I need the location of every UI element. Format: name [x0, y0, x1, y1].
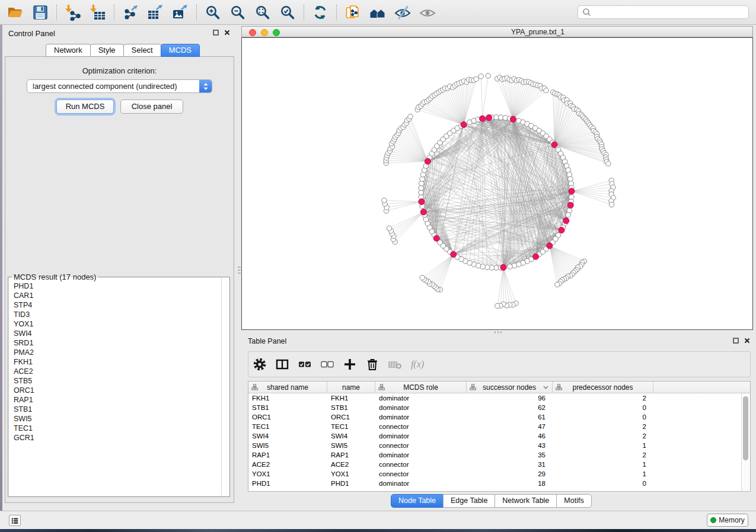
network-node[interactable] [566, 213, 571, 218]
search-input[interactable] [591, 8, 748, 17]
table-row[interactable]: RAP1RAP1dominator352 [248, 450, 741, 460]
network-hub-node[interactable] [569, 188, 575, 194]
network-hub-node[interactable] [551, 142, 557, 148]
network-node[interactable] [382, 198, 387, 203]
run-mcds-button[interactable]: Run MCDS [56, 100, 114, 114]
network-node[interactable] [544, 88, 548, 93]
network-hub-node[interactable] [480, 116, 486, 121]
mcds-result-item[interactable]: YOX1 [14, 319, 221, 329]
mcds-result-item[interactable]: ORC1 [14, 386, 221, 395]
network-hub-node[interactable] [510, 116, 516, 122]
show-graphics-details-button[interactable] [417, 2, 438, 23]
unselect-all-button[interactable] [318, 355, 336, 373]
tab-select[interactable]: Select [123, 44, 161, 57]
tab-motifs[interactable]: Motifs [556, 494, 591, 508]
network-node[interactable] [420, 275, 425, 280]
table-row[interactable]: TEC1TEC1connector472 [248, 422, 741, 431]
maximize-window-icon[interactable] [273, 29, 280, 36]
task-history-button[interactable] [9, 515, 21, 526]
table-scrollbar-thumb[interactable] [743, 396, 748, 460]
table-row[interactable]: SWI5SWI5connector431 [248, 441, 741, 450]
home-button[interactable] [367, 2, 388, 23]
vertical-splitter-grip[interactable] [238, 267, 241, 275]
network-node[interactable] [555, 282, 560, 287]
hide-graphics-details-button[interactable] [392, 2, 413, 23]
export-table-button[interactable] [145, 2, 166, 23]
network-hub-node[interactable] [425, 158, 430, 164]
column-header-successor-nodes[interactable]: successor nodes [467, 382, 553, 393]
mcds-result-item[interactable]: SWI5 [14, 414, 221, 424]
table-row[interactable]: PHD1PHD1dominator180 [248, 479, 741, 488]
select-all-button[interactable] [296, 355, 314, 373]
mcds-list-scrollbar[interactable] [221, 278, 229, 496]
delete-column-button[interactable] [363, 355, 381, 373]
network-canvas[interactable] [241, 37, 753, 330]
delete-table-button[interactable] [386, 355, 404, 373]
mcds-result-item[interactable]: FKH1 [14, 357, 221, 367]
network-hub-node[interactable] [486, 115, 492, 121]
tab-node-table[interactable]: Node Table [391, 494, 444, 508]
network-hub-node[interactable] [563, 218, 569, 224]
tab-network[interactable]: Network [46, 44, 91, 57]
duplicate-network-button[interactable] [342, 2, 363, 23]
network-hub-node[interactable] [500, 264, 506, 270]
table-row[interactable]: YOX1YOX1connector291 [248, 469, 741, 479]
network-hub-node[interactable] [559, 227, 564, 233]
column-header-shared-name[interactable]: shared name [248, 382, 327, 393]
network-node[interactable] [495, 303, 500, 308]
network-node[interactable] [508, 264, 513, 270]
table-row[interactable]: SWI4SWI4dominator462 [248, 431, 741, 441]
network-hub-node[interactable] [547, 243, 553, 249]
import-network-button[interactable] [62, 2, 84, 23]
mcds-result-item[interactable]: SWI4 [14, 329, 221, 338]
export-image-button[interactable] [170, 2, 191, 23]
mcds-result-item[interactable]: RAP1 [14, 395, 221, 405]
mcds-result-item[interactable]: STB1 [14, 405, 221, 414]
zoom-fit-button[interactable] [252, 2, 273, 23]
function-builder-button[interactable]: f(x) [409, 355, 426, 373]
table-row[interactable]: STB1STB1dominator620 [248, 403, 741, 412]
column-header-predecessor-nodes[interactable]: predecessor nodes [553, 382, 653, 393]
tab-style[interactable]: Style [90, 44, 124, 57]
table-row[interactable]: ORC1ORC1dominator610 [248, 412, 741, 422]
network-hub-node[interactable] [567, 202, 573, 208]
network-node[interactable] [474, 76, 479, 81]
import-table-button[interactable] [87, 2, 109, 23]
zoom-in-button[interactable] [202, 2, 224, 23]
horizontal-splitter-grip[interactable] [495, 331, 502, 334]
tab-mcds[interactable]: MCDS [161, 44, 200, 57]
column-header-MCDS-role[interactable]: MCDS role [375, 382, 467, 393]
save-button[interactable] [30, 2, 51, 23]
network-node[interactable] [387, 226, 391, 230]
refresh-button[interactable] [310, 2, 331, 23]
split-column-button[interactable] [273, 355, 291, 373]
export-network-button[interactable] [120, 2, 141, 23]
network-node[interactable] [609, 202, 614, 207]
network-hub-node[interactable] [451, 251, 457, 257]
mcds-result-item[interactable]: PHD1 [14, 281, 221, 291]
memory-button[interactable]: Memory [707, 514, 748, 527]
mcds-result-item[interactable]: GCR1 [14, 433, 221, 443]
network-node[interactable] [408, 114, 413, 119]
zoom-selected-button[interactable] [277, 2, 298, 23]
float-panel-icon[interactable] [213, 30, 219, 36]
network-hub-node[interactable] [420, 209, 426, 215]
mcds-result-item[interactable]: PMA2 [14, 348, 221, 357]
criterion-dropdown[interactable]: largest connected component (undirected) [27, 79, 212, 93]
mcds-result-item[interactable]: ACE2 [14, 367, 221, 376]
network-hub-node[interactable] [419, 199, 425, 205]
mcds-result-item[interactable]: TID3 [14, 310, 221, 319]
network-node[interactable] [606, 161, 611, 166]
zoom-out-button[interactable] [227, 2, 248, 23]
close-panel-icon[interactable] [744, 338, 750, 344]
table-scrollbar[interactable] [741, 393, 750, 491]
network-node[interactable] [486, 73, 490, 78]
search-box[interactable] [578, 5, 749, 19]
mcds-result-item[interactable]: TEC1 [14, 424, 221, 433]
mcds-result-item[interactable]: STB5 [14, 376, 221, 386]
close-panel-button[interactable]: Close panel [120, 100, 183, 114]
network-hub-node[interactable] [433, 235, 439, 241]
tab-network-table[interactable]: Network Table [495, 494, 557, 508]
network-node[interactable] [479, 74, 483, 79]
table-row[interactable]: ACE2ACE2connector311 [248, 460, 741, 469]
